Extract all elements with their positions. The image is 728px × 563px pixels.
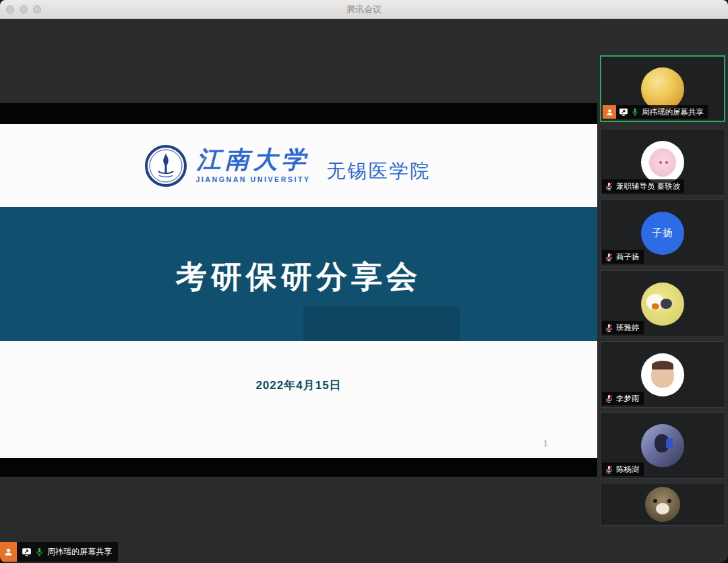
slide-title-band-shade: [303, 307, 460, 341]
university-name-cn: 江南大学: [196, 148, 309, 172]
traffic-lights: [6, 5, 41, 13]
participant-tile[interactable]: [600, 483, 725, 526]
zoom-button[interactable]: [33, 5, 41, 13]
host-person-icon: [0, 542, 17, 562]
participant-avatar: 子扬: [641, 212, 684, 255]
slide-page-number: 1: [543, 439, 548, 448]
microphone-muted-icon: [605, 253, 613, 262]
microphone-muted-icon: [605, 182, 613, 191]
microphone-on-icon: [35, 547, 44, 556]
participants-sidebar[interactable]: 周祎瑶的屏幕共享: [597, 19, 728, 563]
participant-tile[interactable]: 陈杨澍: [600, 412, 725, 479]
participant-avatar: [641, 283, 684, 326]
participant-label: 李梦雨: [602, 392, 644, 405]
slide-date: 2022年4月15日: [0, 378, 597, 393]
participant-tile[interactable]: 班雅婷: [600, 270, 725, 337]
microphone-muted-icon: [605, 465, 613, 474]
slide-title-band: 考研保研分享会: [0, 207, 597, 341]
participant-label: 陈杨澍: [602, 463, 644, 476]
participant-avatar: [641, 353, 684, 396]
participant-avatar: [645, 487, 680, 522]
microphone-muted-icon: [605, 394, 613, 403]
college-name: 无锡医学院: [327, 158, 431, 184]
participant-avatar: [641, 424, 684, 467]
university-logo-row: 江南大学 JIANGNAN UNIVERSITY 无锡医学院: [144, 144, 431, 187]
slide-footer-area: 2022年4月15日 1: [0, 341, 597, 458]
participant-name: 兼职辅导员 秦轶波: [616, 181, 680, 191]
participant-tile[interactable]: 周祎瑶的屏幕共享: [600, 55, 725, 122]
participant-name: 商子扬: [616, 252, 640, 262]
screen-share-icon: [619, 107, 628, 117]
screen-share-icon: [22, 547, 32, 557]
presenter-name: 周祎瑶的屏幕共享: [47, 546, 112, 558]
participant-name: 班雅婷: [616, 323, 640, 333]
close-button[interactable]: [6, 5, 14, 13]
microphone-muted-icon: [605, 324, 613, 332]
host-person-icon: [603, 105, 616, 119]
participant-avatar: [641, 141, 684, 184]
university-name-en: JIANGNAN UNIVERSITY: [195, 175, 310, 183]
participant-tile[interactable]: 李梦雨: [600, 341, 725, 408]
titlebar: 腾讯会议: [0, 0, 728, 19]
presenter-overlay: 周祎瑶的屏幕共享: [0, 542, 118, 562]
participant-label: 班雅婷: [602, 321, 644, 334]
slide-letterbox-bottom: [0, 458, 597, 477]
participant-label: 周祎瑶的屏幕共享: [603, 105, 708, 119]
university-name-block: 江南大学 JIANGNAN UNIVERSITY: [195, 148, 310, 183]
slide-header-area: 江南大学 JIANGNAN UNIVERSITY 无锡医学院: [0, 124, 597, 207]
microphone-on-icon: [631, 108, 639, 116]
jiangnan-university-emblem-icon: [144, 144, 187, 187]
participant-name: 陈杨澍: [616, 465, 640, 475]
participant-tile[interactable]: 兼职辅导员 秦轶波: [600, 129, 725, 196]
participant-label: 商子扬: [602, 250, 644, 264]
shared-screen-view: 江南大学 JIANGNAN UNIVERSITY 无锡医学院 考研保研分享会 2…: [0, 19, 597, 563]
participant-avatar: [641, 67, 684, 111]
slide-title: 考研保研分享会: [176, 256, 421, 298]
participant-name: 周祎瑶的屏幕共享: [642, 107, 704, 117]
slide-letterbox-top: [0, 103, 597, 124]
participant-label: 兼职辅导员 秦轶波: [602, 179, 684, 193]
participant-name: 李梦雨: [616, 394, 640, 404]
participant-tile[interactable]: 子扬 商子扬: [600, 200, 725, 266]
window-title: 腾讯会议: [346, 3, 382, 16]
minimize-button[interactable]: [20, 5, 28, 13]
tencent-meeting-window: 腾讯会议 江南大学 JIANGNAN UNIVER: [0, 0, 728, 563]
